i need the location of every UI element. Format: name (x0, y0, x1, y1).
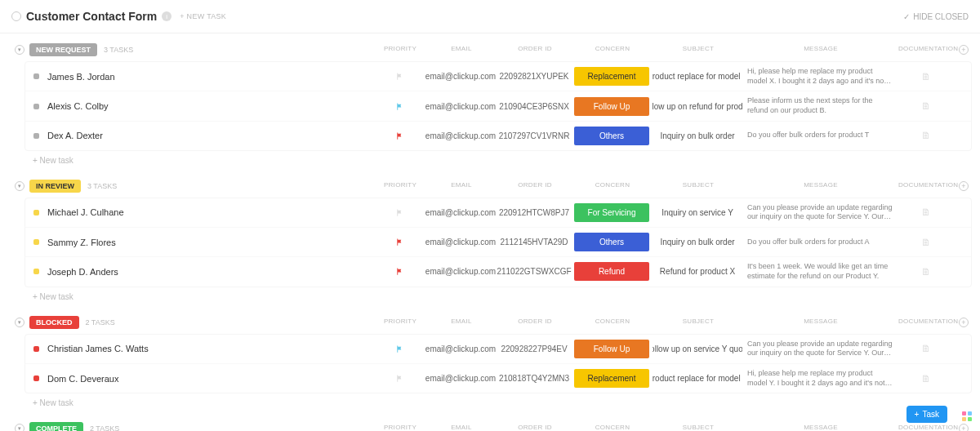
new-task-row[interactable]: + New task (8, 151, 972, 170)
task-name[interactable]: Joseph D. Anders (47, 267, 375, 277)
col-subject[interactable]: SUBJECT (653, 45, 743, 55)
status-dot[interactable] (33, 269, 39, 274)
new-task-row[interactable]: + New task (8, 393, 972, 412)
task-row[interactable]: Dom C. Deveraux email@clickup.com 210818… (25, 364, 971, 393)
task-row[interactable]: Christian James C. Watts email@clickup.c… (25, 335, 971, 364)
new-task-fab[interactable]: + Task (906, 406, 947, 423)
task-row[interactable]: Sammy Z. Flores email@clickup.com 211214… (25, 228, 971, 257)
col-subject[interactable]: SUBJECT (653, 318, 743, 327)
col-documentation[interactable]: DOCUMENTATION (898, 318, 956, 327)
new-task-link[interactable]: + NEW TASK (180, 12, 226, 20)
status-dot[interactable] (33, 104, 39, 109)
col-concern[interactable]: CONCERN (572, 45, 653, 55)
collapse-icon[interactable]: ▾ (15, 181, 24, 191)
status-dot[interactable] (33, 375, 39, 381)
task-name[interactable]: James B. Jordan (47, 72, 375, 82)
concern-cell: Refund (571, 262, 653, 281)
task-row[interactable]: Dex A. Dexter email@clickup.com 2107297C… (25, 122, 971, 150)
task-row[interactable]: James B. Jordan email@clickup.com 220928… (25, 62, 971, 91)
col-message[interactable]: MESSAGE (743, 181, 898, 191)
info-icon[interactable]: i (162, 11, 172, 21)
doc-cell[interactable]: 🗎 (898, 207, 955, 218)
priority-flag[interactable] (375, 344, 424, 353)
col-priority[interactable]: PRIORITY (376, 318, 425, 327)
doc-cell[interactable]: 🗎 (898, 130, 955, 141)
col-orderid[interactable]: ORDER ID (498, 424, 572, 431)
concern-pill[interactable]: Refund (574, 262, 649, 281)
task-name[interactable]: Christian James C. Watts (47, 344, 375, 353)
concern-pill[interactable]: Follow Up (574, 340, 649, 358)
priority-flag[interactable] (375, 208, 424, 217)
status-dot[interactable] (33, 239, 39, 245)
col-orderid[interactable]: ORDER ID (498, 45, 572, 55)
doc-cell[interactable]: 🗎 (898, 373, 955, 384)
col-concern[interactable]: CONCERN (572, 181, 653, 191)
col-documentation[interactable]: DOCUMENTATION (898, 45, 956, 55)
doc-cell[interactable]: 🗎 (898, 343, 955, 354)
concern-pill[interactable]: Follow Up (574, 97, 649, 116)
concern-pill[interactable]: Others (574, 127, 649, 145)
col-orderid[interactable]: ORDER ID (498, 181, 572, 191)
task-name[interactable]: Alexis C. Colby (47, 101, 375, 111)
task-name[interactable]: Dex A. Dexter (47, 131, 375, 140)
col-orderid[interactable]: ORDER ID (498, 318, 572, 327)
add-column[interactable]: + (956, 424, 972, 431)
add-column[interactable]: + (956, 45, 972, 55)
concern-pill[interactable]: Others (574, 233, 649, 251)
status-pill[interactable]: NEW REQUEST (29, 43, 97, 56)
priority-flag[interactable] (375, 131, 424, 140)
col-priority[interactable]: PRIORITY (376, 181, 425, 191)
add-column[interactable]: + (956, 318, 972, 327)
hide-closed-toggle[interactable]: ✓ HIDE CLOSED (903, 12, 969, 21)
task-name[interactable]: Sammy Z. Flores (47, 238, 375, 247)
concern-pill[interactable]: For Servicing (574, 203, 649, 222)
task-name[interactable]: Dom C. Deveraux (47, 374, 375, 384)
col-documentation[interactable]: DOCUMENTATION (898, 424, 956, 431)
task-name[interactable]: Michael J. Culhane (47, 207, 375, 217)
collapse-icon[interactable]: ▾ (15, 45, 24, 55)
priority-flag[interactable] (375, 267, 424, 276)
col-email[interactable]: EMAIL (425, 45, 498, 55)
priority-flag[interactable] (375, 374, 424, 383)
apps-icon[interactable] (962, 411, 972, 421)
doc-cell[interactable]: 🗎 (898, 266, 955, 278)
col-subject[interactable]: SUBJECT (653, 424, 743, 431)
col-concern[interactable]: CONCERN (572, 318, 653, 327)
task-row[interactable]: Joseph D. Anders email@clickup.com 21102… (25, 257, 971, 286)
doc-cell[interactable]: 🗎 (898, 237, 955, 248)
collapse-icon[interactable]: ▾ (15, 424, 24, 431)
col-subject[interactable]: SUBJECT (653, 181, 743, 191)
status-pill[interactable]: IN REVIEW (29, 180, 81, 193)
collapse-icon[interactable]: ▾ (15, 318, 24, 327)
message-cell: Can you please provide an update regardi… (742, 340, 898, 358)
collapse-icon[interactable] (11, 11, 21, 21)
status-pill[interactable]: COMPLETE (29, 422, 83, 431)
status-dot[interactable] (33, 73, 39, 79)
add-column[interactable]: + (956, 181, 972, 191)
doc-cell[interactable]: 🗎 (898, 71, 955, 82)
priority-flag[interactable] (375, 102, 424, 111)
new-task-row[interactable]: + New task (8, 287, 972, 306)
task-row[interactable]: Michael J. Culhane email@clickup.com 220… (25, 198, 971, 228)
status-dot[interactable] (33, 346, 39, 352)
status-dot[interactable] (33, 133, 39, 139)
status-pill[interactable]: BLOCKED (29, 316, 79, 329)
col-email[interactable]: EMAIL (425, 318, 498, 327)
subject-cell: Follow up on refund for produ... (653, 102, 742, 111)
col-email[interactable]: EMAIL (425, 424, 498, 431)
priority-flag[interactable] (375, 72, 424, 81)
col-message[interactable]: MESSAGE (743, 424, 898, 431)
priority-flag[interactable] (375, 238, 424, 247)
col-priority[interactable]: PRIORITY (376, 45, 425, 55)
concern-pill[interactable]: Replacement (574, 369, 649, 388)
col-message[interactable]: MESSAGE (743, 45, 898, 55)
col-concern[interactable]: CONCERN (572, 424, 653, 431)
concern-pill[interactable]: Replacement (574, 67, 649, 86)
col-message[interactable]: MESSAGE (743, 318, 898, 327)
col-email[interactable]: EMAIL (425, 181, 498, 191)
task-row[interactable]: Alexis C. Colby email@clickup.com 210904… (25, 91, 971, 121)
doc-cell[interactable]: 🗎 (898, 100, 955, 112)
col-documentation[interactable]: DOCUMENTATION (898, 181, 956, 191)
col-priority[interactable]: PRIORITY (376, 424, 425, 431)
status-dot[interactable] (33, 210, 39, 216)
